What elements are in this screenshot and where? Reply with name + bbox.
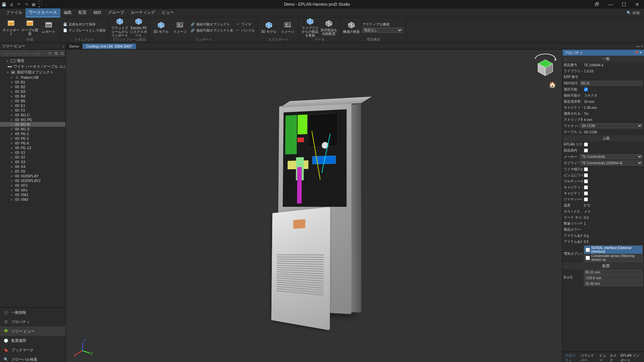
- ribbon-small-button[interactable]: 〰ワイヤ: [235, 22, 255, 27]
- ribbon-button[interactable]: ケーブル図面: [21, 18, 39, 37]
- redo-icon[interactable]: ↷: [23, 2, 29, 7]
- expand-icon[interactable]: ▸: [10, 179, 13, 182]
- prop-select[interactable]: SK COM: [580, 123, 643, 128]
- prop-checkbox[interactable]: [584, 142, 588, 146]
- tree-node[interactable]: ▸PE-6: [0, 141, 65, 145]
- tree-node[interactable]: ▸X3: [0, 160, 65, 164]
- restore-window-icon[interactable]: 🗗: [590, 0, 604, 9]
- expand-icon[interactable]: ▸: [10, 137, 13, 140]
- tree-node[interactable]: ▸環境: [0, 58, 65, 64]
- home-view-icon[interactable]: 🏠: [549, 81, 556, 88]
- ribbon-small-button[interactable]: 🔗接続可能オブジェクト: [190, 22, 234, 27]
- expand-icon[interactable]: ▸: [10, 170, 13, 173]
- viewport-3d[interactable]: 🏠 X Y Z: [66, 50, 562, 362]
- option-check[interactable]: [586, 248, 590, 252]
- tree-node[interactable]: ▸XDISPLAY2: [0, 178, 65, 183]
- expand-icon[interactable]: ▸: [10, 85, 13, 88]
- minimize-icon[interactable]: —: [604, 0, 617, 9]
- tabs-scroll-icon[interactable]: ◂ ▸ ▾: [636, 45, 643, 48]
- tree-node[interactable]: ワイヤ ハーネス / ケーブル ユニット: [0, 64, 65, 69]
- tree-node[interactable]: ▸XF2: [0, 183, 65, 188]
- tree-node[interactable]: ▸Pattern:XB: [0, 75, 65, 80]
- tree-node[interactable]: ▸X4: [0, 164, 65, 169]
- fullscreen-icon[interactable]: ⛶ ▾: [38, 2, 44, 7]
- save-icon[interactable]: 💾: [1, 2, 7, 7]
- left-nav-item[interactable]: ☰プロパティ: [0, 317, 65, 326]
- tree-node[interactable]: ▸XDISPLAY: [0, 174, 65, 178]
- left-nav-item[interactable]: 🕒配置履歴: [0, 336, 65, 345]
- tree-node[interactable]: ▸F2: [0, 108, 65, 113]
- option-row[interactable]: SERIAL interface [Optional interface]: [584, 246, 642, 254]
- prop-checkbox[interactable]: [584, 191, 588, 195]
- ribbon-small-button[interactable]: 🔗接続可能オブジェクト名: [190, 28, 234, 33]
- menu-item[interactable]: 編集: [60, 8, 75, 17]
- tree-view[interactable]: ▸環境 ワイヤ ハーネス / ケーブル ユニット▾接続可能オブジェクト▸Patt…: [0, 57, 65, 307]
- expand-icon[interactable]: ▸: [10, 141, 13, 145]
- left-nav-item[interactable]: 🌳ツリー ビュー: [0, 326, 65, 336]
- expand-icon[interactable]: ▸: [10, 160, 13, 164]
- tree-pane-collapse-icon[interactable]: «: [62, 44, 64, 48]
- tree-node[interactable]: ▸XM2: [0, 197, 65, 202]
- ribbon-button[interactable]: Electric P8 にエクスポート: [130, 18, 148, 37]
- document-tab[interactable]: Cooling Unit (SK 3304.500)*: [83, 44, 136, 49]
- expand-icon[interactable]: ▸: [10, 198, 13, 201]
- ribbon-small-button[interactable]: 〰バンドル: [235, 28, 255, 33]
- expand-icon[interactable]: ▸: [10, 123, 13, 126]
- tree-node[interactable]: ▸B4: [0, 94, 65, 99]
- prop-checkbox[interactable]: [584, 148, 588, 153]
- tree-node[interactable]: ▸B3: [0, 89, 65, 94]
- chevron-down-icon[interactable]: ⌄: [564, 57, 568, 61]
- tree-node[interactable]: ▸M1-R: [0, 122, 65, 127]
- left-nav-item[interactable]: 🔍グローバル検索: [0, 355, 65, 362]
- expand-icon[interactable]: ▸: [10, 95, 13, 98]
- expand-icon[interactable]: ▸: [10, 113, 13, 117]
- tree-node[interactable]: ▸PE-1: [0, 131, 65, 136]
- document-tab[interactable]: Demo: [66, 44, 83, 49]
- menu-item[interactable]: ファイル: [3, 8, 26, 17]
- grid-icon[interactable]: ▦: [31, 2, 36, 7]
- ribbon-button[interactable]: 添付部品を自動配置: [320, 18, 338, 37]
- tree-node[interactable]: ▸M1-C: [0, 113, 65, 117]
- coord-input[interactable]: [584, 270, 643, 275]
- ribbon-button[interactable]: 構成の更新: [342, 18, 360, 37]
- expand-icon[interactable]: ▸: [10, 193, 13, 196]
- tree-node[interactable]: ▾接続可能オブジェクト: [0, 69, 65, 75]
- tree-node[interactable]: ▸M1-S: [0, 127, 65, 131]
- filter-icon[interactable]: ▽: [47, 50, 53, 56]
- prop-select[interactable]: TE Connectivity: [580, 154, 643, 159]
- tree-node[interactable]: ▸E1: [0, 103, 65, 108]
- ribbon-button[interactable]: ライブラリからの部品を更新: [301, 18, 319, 37]
- options-list[interactable]: SERIAL interface [Optional interface]Con…: [584, 245, 643, 262]
- tree-mode2-icon[interactable]: ☷: [59, 50, 65, 56]
- combo-select[interactable]: 指定なし: [362, 27, 403, 33]
- left-nav-item[interactable]: 🔖ブックマーク: [0, 345, 65, 355]
- menu-item[interactable]: 配置: [75, 8, 90, 17]
- section-header[interactable]: ⌄一般: [562, 56, 644, 62]
- coord-input[interactable]: [584, 281, 643, 286]
- prop-checkbox[interactable]: [584, 179, 588, 183]
- ribbon-button[interactable]: プラットフォームからインポート: [111, 18, 129, 37]
- menu-search[interactable]: 🔍 検索: [627, 10, 640, 15]
- coord-input[interactable]: [584, 276, 643, 281]
- menu-item[interactable]: ワークスペース: [26, 8, 60, 17]
- tree-node[interactable]: ▸XM1: [0, 192, 65, 197]
- tree-node[interactable]: ▸B2: [0, 84, 65, 89]
- prop-checkbox[interactable]: [584, 185, 588, 189]
- ribbon-button[interactable]: 3D モデル: [260, 18, 278, 37]
- ribbon-button[interactable]: ネイルボード: [2, 18, 20, 37]
- tree-node[interactable]: ▸PE-13: [0, 145, 65, 150]
- tree-node[interactable]: ▸B1: [0, 80, 65, 84]
- prop-select[interactable]: TE Connectivity [100644-4]: [580, 161, 643, 166]
- prop-checkbox[interactable]: [584, 167, 588, 171]
- expand-icon[interactable]: ▸: [10, 118, 13, 121]
- expand-icon[interactable]: ▸: [10, 90, 13, 93]
- menu-item[interactable]: ビュー: [158, 8, 177, 17]
- right-panel-tab[interactable]: EPLAN インポート: [619, 353, 643, 362]
- chevron-down-icon[interactable]: ⌄: [564, 137, 568, 140]
- chevron-down-icon[interactable]: ⌄: [564, 264, 568, 268]
- view-cube[interactable]: [532, 53, 559, 80]
- ribbon-small-button[interactable]: 📄テンプレートとして保存: [62, 28, 106, 33]
- ribbon-button[interactable]: レポート: [40, 18, 58, 37]
- section-header[interactable]: ⌄上級: [562, 135, 644, 141]
- right-panel-tab[interactable]: コマンド バー: [579, 353, 597, 362]
